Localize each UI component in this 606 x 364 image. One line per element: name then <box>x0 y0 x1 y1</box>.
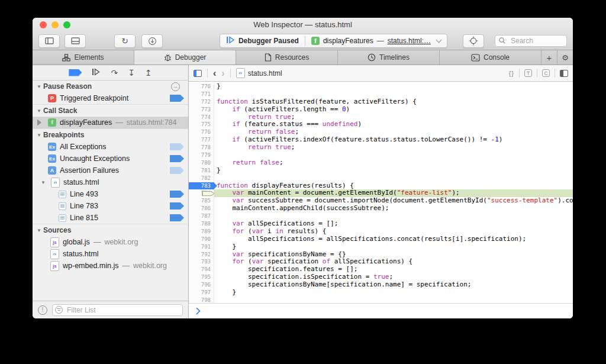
sidebar-toggle-icon[interactable] <box>194 70 202 77</box>
download-page-button[interactable] <box>141 34 163 48</box>
pause-continue-icon[interactable] <box>92 68 101 78</box>
disclosure-triangle-icon[interactable]: ▼ <box>37 108 43 114</box>
line-number-gutter[interactable]: 795 <box>189 273 214 281</box>
breakpoint-uncaught-exceptions[interactable]: Ex Uncaught Exceptions <box>33 153 188 165</box>
source-item[interactable]: js global.js — webkit.org <box>33 236 188 248</box>
quick-console[interactable] <box>189 303 573 318</box>
type-profiler-button[interactable]: T <box>524 69 532 77</box>
line-number-gutter[interactable]: 785 <box>189 197 214 205</box>
call-stack-frame[interactable]: f displayFeatures — status.html:784 <box>33 117 188 128</box>
line-number-gutter[interactable]: 782 <box>189 175 214 182</box>
code-line: 789 for (var i in results) { <box>189 228 573 236</box>
breakpoint-line-row[interactable]: Line 783 <box>33 200 188 212</box>
tab-elements[interactable]: Elements <box>33 50 134 65</box>
line-number-gutter[interactable]: 772 <box>189 98 214 106</box>
inspector-settings-button[interactable]: ⚙ <box>557 50 573 65</box>
line-number-gutter[interactable]: 787 <box>189 212 214 220</box>
pretty-print-button[interactable]: {} <box>509 70 514 77</box>
close-window-button[interactable] <box>40 21 47 28</box>
title-bar[interactable]: Web Inspector — status.html <box>33 18 573 32</box>
line-number-gutter[interactable]: 777 <box>189 136 214 144</box>
tab-resources[interactable]: Resources <box>236 50 338 65</box>
breakpoint-line-number[interactable]: 783 <box>189 182 214 190</box>
dock-to-side-button[interactable] <box>38 34 60 48</box>
line-number-gutter[interactable]: 788 <box>189 220 214 228</box>
line-number-gutter[interactable]: 786 <box>189 205 214 212</box>
line-number-gutter[interactable]: 781 <box>189 167 214 175</box>
breakpoint-all-exceptions[interactable]: Ex All Exceptions <box>33 141 188 153</box>
line-number-gutter[interactable]: 779 <box>189 152 214 159</box>
sources-header[interactable]: ▼ Sources <box>33 224 188 236</box>
breakpoint-marker-icon[interactable] <box>170 191 184 198</box>
line-number-gutter[interactable]: 793 <box>189 258 214 266</box>
disclosure-triangle-icon[interactable]: ▼ <box>37 84 43 89</box>
pause-reason-header[interactable]: ▼ Pause Reason → <box>33 80 188 92</box>
line-number-gutter[interactable]: 780 <box>189 159 214 167</box>
line-number-gutter[interactable]: 771 <box>189 91 214 98</box>
reload-page-button[interactable]: ↻ <box>114 34 136 48</box>
line-number-gutter[interactable]: 798 <box>189 297 214 303</box>
tab-debugger[interactable]: Debugger <box>134 50 236 65</box>
line-number-gutter[interactable]: 789 <box>189 228 214 236</box>
line-number-gutter[interactable]: 773 <box>189 106 214 114</box>
line-number-gutter[interactable]: 776 <box>189 128 214 136</box>
source-item[interactable]: ‹› status.html <box>33 248 188 260</box>
breakpoint-file-row[interactable]: ▼ ‹› status.html <box>33 176 188 188</box>
breakpoint-marker-icon[interactable] <box>170 155 184 162</box>
search-field[interactable] <box>495 35 567 47</box>
filter-input[interactable] <box>52 304 183 316</box>
breakpoint-marker-icon[interactable] <box>170 95 184 102</box>
breakpoints-header[interactable]: ▼ Breakpoints <box>33 128 188 141</box>
line-number-gutter[interactable]: 792 <box>189 251 214 259</box>
disclosure-triangle-icon[interactable]: ▼ <box>37 228 43 233</box>
debugger-paused-button[interactable]: Debugger Paused <box>220 36 305 46</box>
source-item[interactable]: js wp-embed.min.js — webkit.org <box>33 260 188 272</box>
step-out-icon[interactable]: ↥ <box>145 69 152 77</box>
line-number-gutter[interactable]: 790 <box>189 236 214 243</box>
filter-field[interactable] <box>52 304 183 316</box>
back-button[interactable]: ‹ <box>213 69 216 78</box>
step-into-icon[interactable]: ↧ <box>128 69 135 77</box>
element-picker-button[interactable] <box>463 34 484 48</box>
zoom-window-button[interactable] <box>63 21 70 28</box>
line-number-gutter[interactable]: 778 <box>189 144 214 152</box>
tab-timelines[interactable]: Timelines <box>338 50 440 65</box>
details-sidebar-toggle-icon[interactable] <box>560 70 568 77</box>
line-number-gutter[interactable]: 784 <box>189 189 214 197</box>
disclosure-triangle-icon[interactable]: ▼ <box>41 180 47 185</box>
code-editor[interactable]: 770}771772function isStatusFiltered(feat… <box>189 82 573 303</box>
call-frame-selector[interactable]: f displayFeatures — status.html:… <box>305 37 447 45</box>
breakpoint-line-row[interactable]: Line 493 <box>33 188 188 200</box>
breakpoint-marker-icon[interactable] <box>170 143 184 150</box>
code-line-text: } <box>214 83 573 91</box>
forward-button[interactable]: › <box>221 69 224 78</box>
step-over-icon[interactable]: ↷ <box>111 69 118 77</box>
breakpoint-marker-icon[interactable] <box>170 214 184 221</box>
line-number-gutter[interactable]: 794 <box>189 266 214 273</box>
breakpoint-marker-icon[interactable] <box>170 167 184 174</box>
minimize-window-button[interactable] <box>51 21 59 28</box>
line-number-gutter[interactable]: 770 <box>189 83 214 91</box>
code-line: 792 var specificationsByName = {} <box>189 251 573 259</box>
pause-reason-item[interactable]: P Triggered Breakpoint <box>33 92 188 104</box>
line-number-gutter[interactable]: 791 <box>189 243 214 251</box>
line-breakpoint-icon <box>59 214 66 222</box>
open-file[interactable]: ‹› status.html <box>236 68 282 78</box>
goto-breakpoint-icon[interactable]: → <box>171 82 180 91</box>
code-line-text: return true; <box>214 114 573 121</box>
breakpoint-assertion-failures[interactable]: A Assertion Failures <box>33 165 188 176</box>
code-coverage-button[interactable]: C <box>542 69 550 77</box>
breakpoint-line-row[interactable]: Line 815 <box>33 212 188 224</box>
disclosure-triangle-icon[interactable]: ▼ <box>37 133 43 138</box>
tab-console[interactable]: Console <box>440 50 541 65</box>
call-stack-header[interactable]: ▼ Call Stack <box>33 104 188 117</box>
breakpoint-marker-icon[interactable] <box>170 202 184 210</box>
dock-to-bottom-button[interactable] <box>65 34 86 48</box>
breakpoints-toggle-icon[interactable] <box>69 69 82 76</box>
line-number-gutter[interactable]: 775 <box>189 121 214 128</box>
line-number-gutter[interactable]: 796 <box>189 281 214 289</box>
issues-filter-icon[interactable]: ! <box>38 305 47 315</box>
new-tab-button[interactable]: + <box>541 50 557 65</box>
line-number-gutter[interactable]: 797 <box>189 289 214 297</box>
line-number-gutter[interactable]: 774 <box>189 114 214 121</box>
